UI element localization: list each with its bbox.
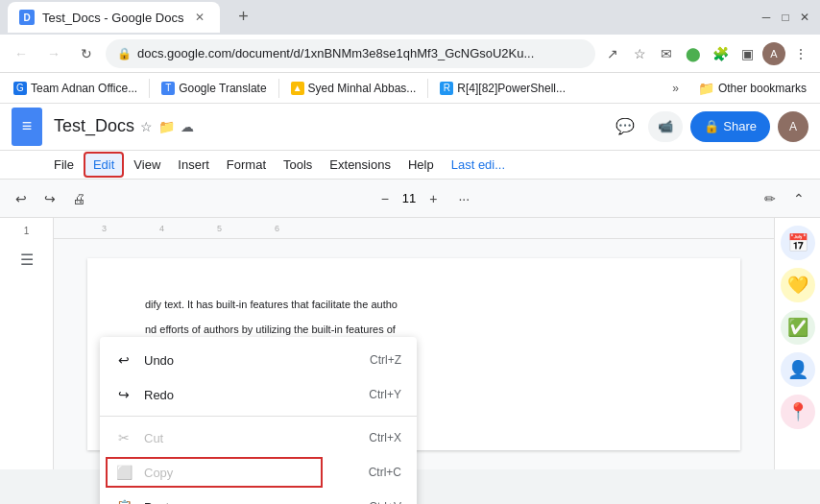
right-sidebar: 📅 💛 ✅ 👤 📍 [774,218,820,469]
menu-format[interactable]: Format [219,154,274,176]
notes-sidebar-icon[interactable]: 💛 [781,268,815,302]
close-button[interactable]: ✕ [797,10,812,25]
back-button[interactable]: ← [8,40,35,67]
user-avatar[interactable]: A [778,111,808,142]
decrease-font-size[interactable]: − [372,185,398,212]
comment-button[interactable]: 💬 [610,111,640,142]
bookmark-folder-other[interactable]: 📁 Other bookmarks [692,79,812,98]
bookmark-favicon-3: ▲ [291,82,304,95]
more-options-icon[interactable]: ⋮ [789,42,812,65]
redo-icon: ↪ [115,386,133,403]
forward-button[interactable]: → [40,40,67,67]
menu-redo[interactable]: ↪ Redo Ctrl+Y [100,377,417,412]
cut-shortcut: Ctrl+X [369,431,401,444]
menu-file[interactable]: File [46,154,82,176]
toolbar-print[interactable]: 🖨 [65,185,92,212]
doc-text-1: dify text. It has built-in features that… [145,297,683,314]
menu-bar: File Edit View Insert Format Tools Exten… [0,151,820,180]
puzzle-icon[interactable]: 🧩 [709,42,732,65]
bookmark-favicon-1: G [13,82,27,95]
contacts-sidebar-icon[interactable]: 👤 [781,352,815,387]
outline-icon[interactable]: ☰ [8,240,46,278]
font-size-controls: − 11 + ··· [372,185,477,212]
browser-tab[interactable]: D Test_Docs - Google Docs ✕ [8,2,220,33]
other-bookmarks-label: Other bookmarks [718,82,807,95]
maps-sidebar-icon[interactable]: 📍 [781,395,815,429]
docs-title-area: Test_Docs ☆ 📁 ☁ [54,116,194,136]
menu-last-edit[interactable]: Last edi... [444,154,513,176]
doc-text-2: nd efforts of authors by utilizing the b… [145,322,683,339]
increase-font-size[interactable]: + [420,185,446,212]
cloud-icon[interactable]: ☁ [181,119,194,134]
bookmark-team-adnan[interactable]: G Team Adnan Office... [8,80,143,97]
ruler-mark-6: 6 [275,224,332,233]
menu-paste[interactable]: 📋 Paste Ctrl+V [100,490,417,504]
address-bar: ← → ↻ 🔒 docs.google.com/document/d/1xnBN… [0,35,820,73]
tasks-sidebar-icon[interactable]: ✅ [781,310,815,345]
minimize-button[interactable]: ─ [759,10,774,25]
share-label: Share [723,119,757,133]
bookmark-divider-3 [427,79,428,98]
maximize-button[interactable]: □ [778,10,793,25]
refresh-button[interactable]: ↻ [73,40,100,67]
menu-view[interactable]: View [126,154,168,176]
more-font-options[interactable]: ··· [450,185,477,212]
menu-undo[interactable]: ↩ Undo Ctrl+Z [100,343,417,377]
folder-icon[interactable]: 📁 [158,119,175,134]
toolbar-expand[interactable]: ⌃ [785,185,812,212]
page-number: 1 [24,226,30,236]
bookmark-favicon-2: T [161,82,175,95]
new-tab-button[interactable]: + [229,3,256,30]
tab-close-button[interactable]: ✕ [191,9,208,26]
meet-button[interactable]: 📹 [648,111,683,142]
menu-copy[interactable]: ⬜ Copy Ctrl+C [100,455,417,490]
bookmark-divider-2 [278,79,279,98]
edit-mode-button[interactable]: ✏ [757,185,784,212]
bookmark-google-translate[interactable]: T Google Translate [156,80,272,97]
ruler: 3 4 5 6 [54,218,774,239]
bookmarks-more-button[interactable]: » [666,80,685,97]
edit-dropdown-menu: ↩ Undo Ctrl+Z ↪ Redo Ctrl+Y ✂ Cut Ctrl+X… [100,337,417,504]
paste-icon: 📋 [115,498,133,504]
share-page-icon[interactable]: ↗ [601,42,624,65]
extension-icon[interactable]: ⬤ [682,42,705,65]
toolbar-undo[interactable]: ↩ [8,185,35,212]
ruler-mark-5: 5 [217,224,275,233]
cut-icon: ✂ [115,429,133,446]
title-bar: D Test_Docs - Google Docs ✕ + ─ □ ✕ [0,0,820,35]
font-size-value: 11 [402,191,416,205]
bookmark-powershell[interactable]: R R[4][82]PowerShell... [434,80,571,97]
sidebar-icon[interactable]: ▣ [736,42,759,65]
bookmark-icon[interactable]: ☆ [628,42,651,65]
star-icon[interactable]: ☆ [140,119,153,134]
docs-area: ≡ Test_Docs ☆ 📁 ☁ 💬 📹 🔒 Share A File Edi… [0,104,820,469]
docs-header: ≡ Test_Docs ☆ 📁 ☁ 💬 📹 🔒 Share A [0,104,820,151]
menu-insert[interactable]: Insert [170,154,217,176]
undo-label: Undo [144,353,174,368]
docs-logo: ≡ [12,108,42,146]
address-input[interactable]: 🔒 docs.google.com/document/d/1xnBNMm3e8s… [106,39,595,68]
calendar-sidebar-icon[interactable]: 📅 [781,226,815,260]
bookmark-favicon-4: R [440,82,453,95]
share-button[interactable]: 🔒 Share [690,111,770,142]
bookmark-label-1: Team Adnan Office... [31,82,137,95]
tab-title: Test_Docs - Google Docs [42,11,183,25]
bookmark-syed-minhal[interactable]: ▲ Syed Minhal Abbas... [285,80,422,97]
undo-shortcut: Ctrl+Z [370,353,401,367]
menu-edit[interactable]: Edit [84,152,124,178]
window-controls: ─ □ ✕ [759,10,812,25]
lock-icon: 🔒 [704,119,719,133]
ruler-mark-3: 3 [102,224,159,233]
paste-label: Paste [144,500,176,505]
toolbar-redo[interactable]: ↪ [36,185,63,212]
bookmark-label-3: Syed Minhal Abbas... [308,82,417,95]
menu-extensions[interactable]: Extensions [322,154,398,176]
bookmark-divider-1 [149,79,150,98]
email-icon[interactable]: ✉ [655,42,678,65]
menu-tools[interactable]: Tools [276,154,320,176]
menu-help[interactable]: Help [400,154,442,176]
bookmark-label-2: Google Translate [179,82,266,95]
toolbar: ↩ ↪ 🖨 − 11 + ··· ✏ ⌃ [0,180,820,218]
menu-cut[interactable]: ✂ Cut Ctrl+X [100,420,417,455]
profile-avatar[interactable]: A [762,42,785,65]
